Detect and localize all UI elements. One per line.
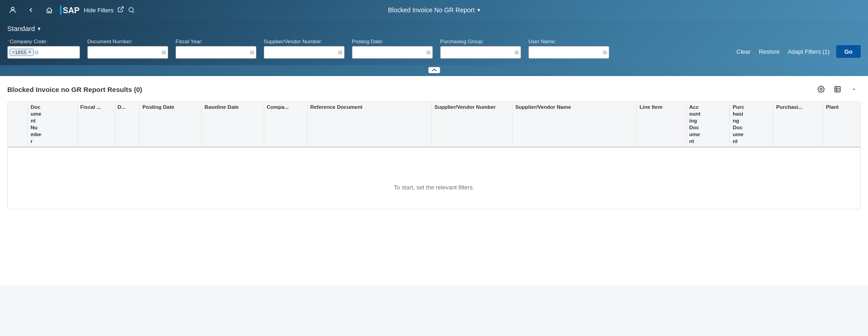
company-code-tag: =1855 ✕ [10,49,34,56]
standard-label: Standard [7,25,35,32]
supplier-vendor-number-label: Supplier/Vendor Number: [264,39,345,44]
col-posting-date: Posting Date [140,102,202,147]
svg-point-6 [820,88,822,90]
top-navigation: SAP Blocked Invoice No GR Report ▾ Hide … [0,0,868,20]
company-code-field: *Company Code: =1855 ✕ ⧉ [7,39,80,59]
posting-date-input-wrapper[interactable]: ⧉ [352,46,433,59]
user-name-input[interactable] [531,49,602,56]
document-number-field: Document Number: ⧉ [87,39,168,59]
document-number-input[interactable] [90,49,161,56]
page-title: Blocked Invoice No GR Report [388,6,475,14]
nav-right: Hide Filters [84,3,139,17]
svg-line-3 [120,7,123,10]
supplier-vendor-number-input-wrapper[interactable]: ⧉ [264,46,345,59]
table-view-button[interactable] [831,82,844,96]
fiscal-year-copy-icon[interactable]: ⧉ [250,49,254,56]
svg-rect-7 [835,87,840,92]
col-fiscal-year: Fiscal ... [77,102,115,147]
empty-row: To start, set the relevant filters. [8,147,860,209]
col-supplier-vendor-name: Supplier/Vendor Name [512,102,637,147]
document-number-input-wrapper[interactable]: ⧉ [87,46,168,59]
sap-logo: SAP [60,5,84,15]
home-button[interactable] [42,3,56,17]
company-code-label: *Company Code: [7,39,80,44]
col-plant: Plant [823,102,860,147]
sap-logo-image: SAP [60,5,84,15]
company-code-copy-icon[interactable]: ⧉ [35,49,39,56]
results-header: Blocked Invoice no GR Report Results (0) [7,82,861,96]
purchasing-group-input[interactable] [442,49,514,56]
clear-button[interactable]: Clear [735,47,753,56]
nav-left: SAP [5,3,84,17]
posting-date-copy-icon[interactable]: ⧉ [426,49,431,56]
purchasing-group-input-wrapper[interactable]: ⧉ [440,46,521,59]
collapse-bar [0,65,868,76]
svg-rect-1 [60,5,61,15]
user-name-input-wrapper[interactable]: ⧉ [528,46,609,59]
col-purchasing-doc: PurchasingDocument [730,102,773,147]
fiscal-year-input-wrapper[interactable]: ⧉ [176,46,256,59]
col-reference-document: Reference Document [307,102,431,147]
settings-icon-button[interactable] [814,82,828,96]
purchasing-group-field: Purchasing Group: ⧉ [440,39,521,59]
search-button[interactable] [124,3,139,17]
col-line-item: Line Item [637,102,686,147]
hide-filters-button[interactable]: Hide Filters [84,7,114,14]
results-table: DocumentNumber Fiscal ... D... Posting D… [8,102,860,209]
go-button[interactable]: Go [836,45,861,58]
col-baseline-date: Baseline Date [201,102,264,147]
external-link-button[interactable] [117,6,124,14]
results-title-area: Blocked Invoice no GR Report Results (0) [7,86,142,93]
svg-point-0 [11,7,14,10]
adapt-filters-button[interactable]: Adapt Filters (1) [786,47,831,56]
results-toolbar [814,82,861,96]
title-chevron-icon[interactable]: ▾ [477,7,480,13]
posting-date-label: Posting Date: [352,39,433,44]
results-title: Blocked Invoice no GR Report Results (0) [7,86,142,93]
col-purchasing: Purchasi... [773,102,823,147]
col-supplier-vendor-number: Supplier/Vendor Number [431,102,512,147]
col-selector [8,102,28,147]
company-code-value: =1855 [12,50,26,55]
company-code-input-wrapper[interactable]: =1855 ✕ ⧉ [7,46,80,59]
restore-button[interactable]: Restore [757,47,782,56]
filter-fields-row: *Company Code: =1855 ✕ ⧉ Document Number… [7,39,861,59]
user-name-label: User Name: [528,39,609,44]
fiscal-year-field: Fiscal Year: ⧉ [176,39,256,59]
user-profile-button[interactable] [5,3,20,17]
filter-actions: Clear Restore Adapt Filters (1) Go [735,45,861,59]
document-number-label: Document Number: [87,39,168,44]
filter-header: Standard ▾ [7,25,861,32]
main-content: Blocked Invoice no GR Report Results (0) [0,76,868,285]
user-name-copy-icon[interactable]: ⧉ [603,49,607,56]
fiscal-year-label: Fiscal Year: [176,39,256,44]
col-doc-number: DocumentNumber [28,102,77,147]
dropdown-arrow-button[interactable] [847,82,861,96]
empty-message: To start, set the relevant filters. [8,148,860,209]
company-code-clear-icon[interactable]: ✕ [28,50,31,55]
purchasing-group-label: Purchasing Group: [440,39,521,44]
col-d: D... [115,102,140,147]
svg-point-4 [129,8,133,12]
posting-date-field: Posting Date: ⧉ [352,39,433,59]
standard-chevron-icon[interactable]: ▾ [38,25,40,32]
user-name-field: User Name: ⧉ [528,39,609,59]
page-title-area: Blocked Invoice No GR Report ▾ [388,6,480,14]
purchasing-group-copy-icon[interactable]: ⧉ [515,49,519,56]
supplier-vendor-number-input[interactable] [266,49,337,56]
col-company: Compa... [264,102,307,147]
col-accounting-doc: AccountingDocument [686,102,730,147]
document-number-copy-icon[interactable]: ⧉ [162,49,166,56]
collapse-filters-button[interactable] [428,67,440,73]
results-table-wrapper: DocumentNumber Fiscal ... D... Posting D… [7,102,861,209]
posting-date-input[interactable] [354,49,426,56]
filter-area: Standard ▾ *Company Code: =1855 ✕ ⧉ Docu… [0,20,868,65]
supplier-vendor-number-field: Supplier/Vendor Number: ⧉ [264,39,345,59]
svg-text:SAP: SAP [63,6,80,15]
back-button[interactable] [24,3,38,17]
supplier-vendor-number-copy-icon[interactable]: ⧉ [338,49,342,56]
svg-line-5 [133,11,134,13]
fiscal-year-input[interactable] [178,49,249,56]
